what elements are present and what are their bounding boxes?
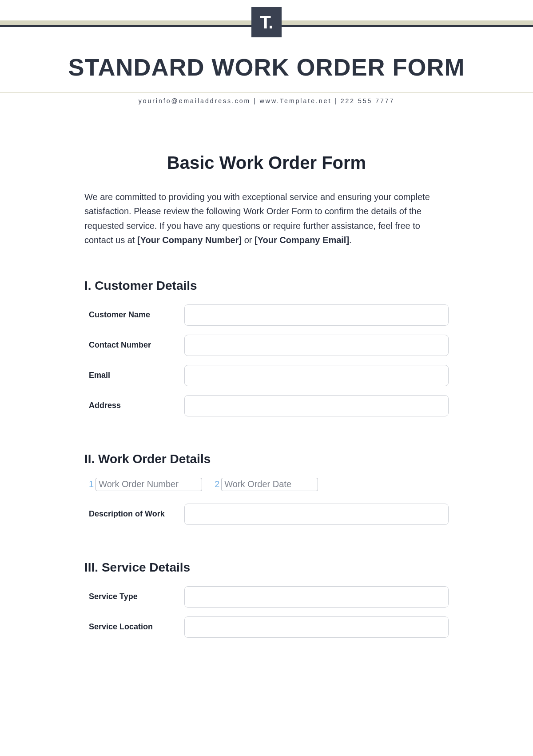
placeholder-company-number: [Your Company Number] — [137, 235, 242, 245]
intro-paragraph: We are committed to providing you with e… — [84, 190, 449, 248]
label-customer-name: Customer Name — [84, 310, 184, 320]
label-email: Email — [84, 371, 184, 380]
input-address[interactable] — [184, 395, 449, 416]
input-description[interactable] — [184, 504, 449, 525]
label-service-type: Service Type — [84, 592, 184, 601]
section-heading-work-order: II. Work Order Details — [84, 452, 449, 466]
index-1: 1 — [89, 479, 94, 489]
label-description: Description of Work — [84, 509, 184, 519]
index-2: 2 — [215, 479, 219, 489]
page-body: Basic Work Order Form We are committed t… — [84, 110, 449, 638]
input-work-order-date[interactable] — [221, 478, 318, 491]
input-email[interactable] — [184, 365, 449, 386]
logo-badge: T. — [251, 7, 282, 37]
logo-text: T. — [260, 12, 273, 32]
field-row-email: Email — [84, 365, 449, 386]
input-work-order-number[interactable] — [95, 478, 202, 491]
label-address: Address — [84, 401, 184, 410]
field-row-service-location: Service Location — [84, 616, 449, 638]
header-rule: T. — [0, 19, 533, 38]
pair-work-order-number: 1 — [89, 478, 202, 491]
field-row-service-type: Service Type — [84, 586, 449, 608]
label-service-location: Service Location — [84, 622, 184, 632]
form-title: Basic Work Order Form — [84, 153, 449, 173]
section-heading-service: III. Service Details — [84, 560, 449, 575]
pair-work-order-date: 2 — [215, 478, 318, 491]
intro-end: . — [349, 235, 352, 245]
field-row-description: Description of Work — [84, 504, 449, 525]
field-row-contact-number: Contact Number — [84, 335, 449, 356]
intro-or: or — [242, 235, 255, 245]
input-service-type[interactable] — [184, 586, 449, 608]
label-contact-number: Contact Number — [84, 340, 184, 350]
section-heading-customer: I. Customer Details — [84, 279, 449, 293]
placeholder-company-email: [Your Company Email] — [255, 235, 349, 245]
document-title: STANDARD WORK ORDER FORM — [0, 53, 533, 81]
field-row-customer-name: Customer Name — [84, 304, 449, 326]
input-customer-name[interactable] — [184, 304, 449, 326]
field-row-address: Address — [84, 395, 449, 416]
input-service-location[interactable] — [184, 616, 449, 638]
work-order-inline-row: 1 2 — [84, 478, 449, 491]
contact-strip: yourinfo@emailaddress.com | www.Template… — [0, 92, 533, 110]
input-contact-number[interactable] — [184, 335, 449, 356]
